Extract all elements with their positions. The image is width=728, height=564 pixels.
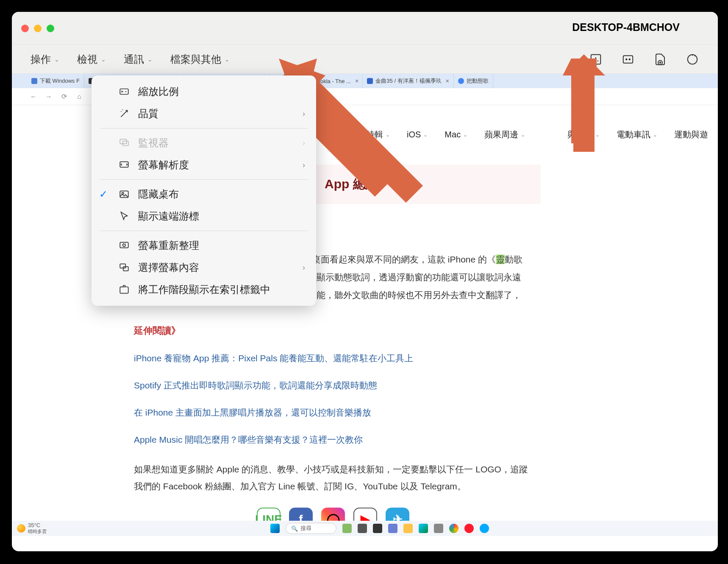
svg-rect-7 bbox=[120, 139, 126, 144]
dropdown-zoom[interactable]: 縮放比例 bbox=[92, 81, 316, 103]
cursor-icon bbox=[118, 210, 131, 223]
view-dropdown-menu: 縮放比例 品質 › 監視器 › 螢幕解析度 › ✓ 隱藏桌布 bbox=[92, 75, 316, 306]
titlebar: DESKTOP-4BMCHOV bbox=[12, 12, 718, 45]
menu-files-other[interactable]: 檔案與其他⌄ bbox=[170, 53, 230, 66]
start-button[interactable] bbox=[270, 524, 280, 533]
image-icon bbox=[118, 188, 131, 201]
browser-tab[interactable]: 下載 Windows F bbox=[27, 74, 84, 88]
divider bbox=[100, 179, 308, 180]
dropdown-show-session-tab[interactable]: 將工作階段顯示在索引標籤中 bbox=[92, 279, 316, 301]
nav-item[interactable]: 運動與遊 bbox=[674, 129, 708, 140]
svg-point-5 bbox=[688, 54, 697, 64]
weather-widget[interactable]: 35°C 晴時多雲 bbox=[17, 522, 47, 535]
magic-wand-icon bbox=[118, 107, 131, 120]
chevron-right-icon: › bbox=[303, 139, 305, 148]
windows-taskbar: 35°C 晴時多雲 🔍 搜尋 bbox=[12, 521, 718, 536]
check-icon: ✓ bbox=[98, 188, 108, 200]
dropdown-refresh-screen[interactable]: 螢幕重新整理 bbox=[92, 235, 316, 257]
settings-icon[interactable] bbox=[686, 53, 699, 66]
svg-rect-1 bbox=[623, 56, 633, 63]
article-body: 如果想知道更多關於 Apple 的消息、教學、小技巧或是科技新知，一定要點擊以下… bbox=[134, 461, 536, 495]
article-link[interactable]: iPhone 養寵物 App 推薦：Pixel Pals 能養能互動、還能常駐在… bbox=[134, 352, 536, 364]
traffic-lights bbox=[21, 25, 54, 32]
maximize-window-button[interactable] bbox=[47, 25, 54, 32]
chevron-right-icon: › bbox=[303, 161, 305, 170]
resolution-icon bbox=[118, 159, 131, 171]
link-list: iPhone 養寵物 App 推薦：Pixel Pals 能養能互動、還能常駐在… bbox=[134, 352, 536, 446]
menu-actions[interactable]: 操作⌄ bbox=[31, 53, 59, 66]
minimize-window-button[interactable] bbox=[34, 25, 42, 32]
article-link[interactable]: 在 iPhone 主畫面加上黑膠唱片播放器，還可以控制音樂播放 bbox=[134, 407, 536, 419]
nav-item[interactable]: 電動車訊⌄ bbox=[617, 129, 657, 140]
file-transfer-icon[interactable] bbox=[653, 53, 667, 66]
svg-rect-6 bbox=[120, 89, 128, 95]
weather-icon bbox=[17, 524, 25, 533]
task-icon[interactable] bbox=[373, 524, 382, 533]
reload-button[interactable]: ⟳ bbox=[59, 92, 69, 101]
edge-icon[interactable] bbox=[419, 524, 428, 533]
svg-rect-13 bbox=[120, 264, 125, 268]
divider bbox=[100, 128, 308, 128]
close-window-button[interactable] bbox=[21, 25, 29, 32]
nav-item[interactable]: Mac⌄ bbox=[445, 129, 467, 140]
taskbar-center: 🔍 搜尋 bbox=[270, 523, 489, 534]
annotation-arrow-right bbox=[554, 54, 614, 173]
svg-rect-8 bbox=[123, 141, 128, 146]
nav-item[interactable]: 蘋果周邊⌄ bbox=[484, 129, 525, 140]
back-button[interactable]: ← bbox=[29, 92, 38, 101]
svg-rect-12 bbox=[120, 242, 128, 248]
home-button[interactable]: ⌂ bbox=[75, 92, 84, 101]
close-tab-icon[interactable]: × bbox=[446, 78, 449, 84]
menu-view[interactable]: 檢視⌄ bbox=[77, 53, 106, 66]
forward-button[interactable]: → bbox=[44, 92, 53, 101]
chat-icon[interactable] bbox=[621, 53, 635, 66]
anydesk-icon[interactable] bbox=[480, 524, 489, 533]
refresh-icon bbox=[118, 239, 131, 252]
explorer-icon[interactable] bbox=[403, 524, 413, 533]
dropdown-show-remote-cursor[interactable]: 顯示遠端游標 bbox=[92, 205, 316, 227]
svg-point-2 bbox=[626, 59, 627, 60]
opera-icon[interactable] bbox=[464, 524, 474, 533]
dropdown-hide-wallpaper[interactable]: ✓ 隱藏桌布 bbox=[92, 183, 316, 205]
browser-tab[interactable]: 把動態歌 bbox=[454, 74, 493, 88]
task-icon[interactable] bbox=[434, 524, 443, 533]
article-link[interactable]: Spotify 正式推出即時歌詞顯示功能，歌詞還能分享成限時動態 bbox=[134, 380, 536, 391]
zoom-icon bbox=[118, 85, 131, 98]
monitor-icon bbox=[118, 137, 131, 149]
dropdown-resolution[interactable]: 螢幕解析度 › bbox=[92, 154, 316, 176]
dropdown-select-screen-content[interactable]: 選擇螢幕內容 › bbox=[92, 257, 316, 279]
window-title: DESKTOP-4BMCHOV bbox=[572, 21, 680, 34]
task-icon[interactable] bbox=[358, 524, 367, 533]
taskbar-search[interactable]: 🔍 搜尋 bbox=[286, 523, 336, 534]
screens-icon bbox=[118, 261, 131, 274]
article-link[interactable]: Apple Music 開唱怎麼用？哪些音樂有支援？這裡一次教你 bbox=[134, 434, 536, 446]
svg-point-3 bbox=[629, 59, 631, 60]
task-icon[interactable] bbox=[342, 524, 352, 533]
app-window: DESKTOP-4BMCHOV 操作⌄ 檢視⌄ 通訊⌄ 檔案與其他⌄ 縮 bbox=[12, 12, 718, 551]
task-icon[interactable] bbox=[388, 524, 397, 533]
tab-icon bbox=[118, 283, 131, 296]
further-reading-heading: 延伸閱讀》 bbox=[134, 324, 536, 337]
dropdown-monitor: 監視器 › bbox=[92, 132, 316, 154]
divider bbox=[100, 231, 308, 231]
chevron-right-icon: › bbox=[303, 109, 305, 118]
svg-rect-15 bbox=[120, 287, 128, 293]
dropdown-quality[interactable]: 品質 › bbox=[92, 103, 316, 125]
menu-communication[interactable]: 通訊⌄ bbox=[124, 53, 153, 66]
chevron-right-icon: › bbox=[303, 263, 305, 272]
chrome-icon[interactable] bbox=[449, 524, 458, 533]
